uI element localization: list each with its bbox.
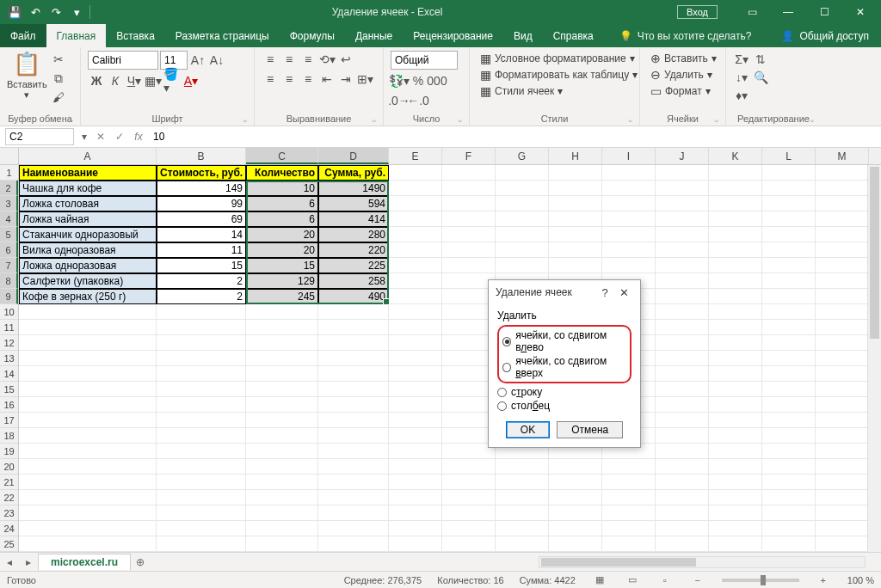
cell[interactable] — [656, 227, 709, 242]
cell[interactable] — [157, 428, 246, 444]
cell[interactable] — [656, 351, 709, 366]
cell[interactable] — [19, 444, 157, 459]
column-header[interactable]: B — [157, 148, 246, 164]
cell[interactable] — [246, 397, 318, 413]
cell[interactable] — [602, 505, 656, 521]
cell[interactable] — [762, 289, 816, 304]
cell[interactable] — [816, 413, 869, 428]
cell[interactable] — [816, 258, 869, 273]
format-as-table-button[interactable]: ▦Форматировать как таблицу ▾ — [477, 67, 641, 83]
cell[interactable] — [318, 521, 389, 536]
cell[interactable] — [318, 351, 389, 366]
close-button[interactable]: ✕ — [843, 0, 878, 24]
tab-help[interactable]: Справка — [543, 24, 604, 47]
row-header[interactable]: 17 — [0, 413, 18, 428]
cell[interactable]: Ложка столовая — [19, 196, 157, 211]
cell[interactable] — [389, 397, 442, 413]
cell[interactable] — [318, 320, 389, 335]
cell[interactable] — [496, 505, 549, 521]
cell[interactable]: 15 — [246, 258, 318, 273]
cell[interactable] — [709, 165, 762, 181]
cell[interactable] — [656, 397, 709, 413]
row-header[interactable]: 8 — [0, 273, 18, 289]
row-header[interactable]: 15 — [0, 382, 18, 397]
cell[interactable] — [656, 490, 709, 505]
cell[interactable] — [602, 227, 656, 242]
cell[interactable] — [762, 366, 816, 382]
add-sheet-icon[interactable]: ⊕ — [136, 556, 145, 568]
cell[interactable] — [709, 351, 762, 366]
cell[interactable] — [157, 366, 246, 382]
cell[interactable] — [709, 428, 762, 444]
column-header[interactable]: F — [442, 148, 496, 164]
cell[interactable] — [157, 505, 246, 521]
cell[interactable] — [157, 444, 246, 459]
cell[interactable] — [389, 335, 442, 351]
sheet-nav-next-icon[interactable]: ▸ — [19, 556, 38, 568]
cell[interactable]: Стаканчик одноразовый — [19, 227, 157, 242]
cell[interactable] — [602, 536, 656, 552]
cell[interactable] — [19, 413, 157, 428]
cell[interactable] — [709, 459, 762, 475]
cell[interactable] — [762, 536, 816, 552]
cell[interactable]: 20 — [246, 242, 318, 258]
cell[interactable] — [656, 258, 709, 273]
row-header[interactable]: 9 — [0, 289, 18, 304]
cell[interactable]: 225 — [318, 258, 389, 273]
number-format-select[interactable] — [391, 51, 458, 70]
cell[interactable]: Количество — [246, 165, 318, 181]
fx-icon[interactable]: fx — [129, 131, 148, 143]
cell[interactable] — [762, 490, 816, 505]
cell[interactable] — [762, 505, 816, 521]
cell[interactable] — [762, 335, 816, 351]
row-header[interactable]: 2 — [0, 181, 18, 196]
cell[interactable] — [549, 459, 602, 475]
cell[interactable]: 490 — [318, 289, 389, 304]
cell[interactable] — [246, 320, 318, 335]
font-color-icon[interactable]: A▾ — [182, 72, 200, 89]
cell[interactable] — [656, 366, 709, 382]
radio-shift-up[interactable]: ячейки, со сдвигом вверх — [502, 354, 626, 380]
cell[interactable] — [709, 335, 762, 351]
cell[interactable] — [656, 320, 709, 335]
accept-formula-icon[interactable]: ✓ — [110, 131, 129, 143]
cell[interactable] — [709, 258, 762, 273]
delete-cells-button[interactable]: ⊖Удалить ▾ — [647, 67, 716, 83]
cell[interactable]: 99 — [157, 196, 246, 211]
cell[interactable] — [496, 459, 549, 475]
view-page-break-icon[interactable]: ▫ — [656, 575, 674, 585]
cell[interactable] — [656, 181, 709, 196]
cell[interactable] — [496, 475, 549, 490]
cell[interactable] — [816, 304, 869, 320]
view-normal-icon[interactable]: ▦ — [591, 574, 608, 585]
cell[interactable] — [246, 459, 318, 475]
vertical-scrollbar[interactable] — [867, 165, 881, 552]
cell[interactable] — [602, 211, 656, 227]
cell[interactable] — [602, 181, 656, 196]
radio-entire-row[interactable]: строку — [497, 385, 631, 399]
cell[interactable] — [762, 165, 816, 181]
insert-cells-button[interactable]: ⊕Вставить ▾ — [647, 51, 720, 66]
column-header[interactable]: I — [602, 148, 656, 164]
cell[interactable] — [816, 320, 869, 335]
dialog-close-button[interactable]: ✕ — [614, 286, 633, 299]
cell[interactable] — [549, 490, 602, 505]
cell[interactable] — [389, 475, 442, 490]
orientation-icon[interactable]: ⟲▾ — [318, 51, 336, 68]
cut-icon[interactable]: ✂ — [50, 51, 67, 68]
cell[interactable] — [762, 397, 816, 413]
cell[interactable] — [816, 289, 869, 304]
cell[interactable] — [709, 227, 762, 242]
minimize-button[interactable]: — — [771, 0, 805, 24]
tab-data[interactable]: Данные — [345, 24, 403, 47]
cell[interactable] — [442, 227, 496, 242]
tab-home[interactable]: Главная — [46, 24, 107, 47]
column-header[interactable]: C — [246, 148, 318, 164]
row-header[interactable]: 16 — [0, 397, 18, 413]
column-header[interactable]: E — [389, 148, 442, 164]
cell[interactable] — [19, 521, 157, 536]
cell[interactable]: 15 — [157, 258, 246, 273]
cell[interactable] — [762, 211, 816, 227]
cell[interactable]: 69 — [157, 211, 246, 227]
cell[interactable] — [816, 242, 869, 258]
